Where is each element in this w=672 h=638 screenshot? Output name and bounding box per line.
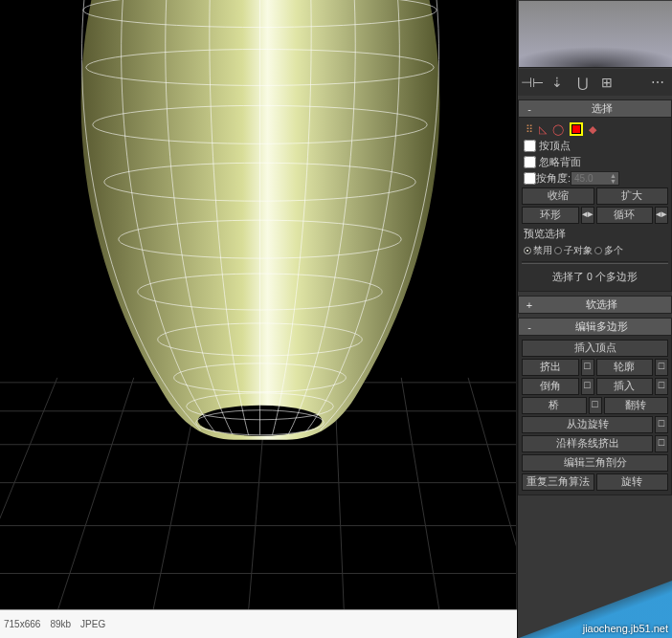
by-vertex-checkbox[interactable] [524, 140, 536, 152]
grow-button[interactable]: 扩大 [596, 187, 669, 205]
by-vertex-label: 按顶点 [539, 139, 571, 153]
selection-status: 选择了 0 个多边形 [522, 267, 668, 288]
by-angle-checkbox[interactable] [524, 172, 536, 185]
edge-mode-icon[interactable]: ◺ [539, 123, 547, 136]
bridge-settings[interactable]: □ [589, 397, 602, 414]
hinge-button[interactable]: 从边旋转 [522, 416, 653, 433]
panel-title: 编辑多边形 [536, 319, 667, 334]
svg-line-12 [468, 378, 516, 609]
turn-button[interactable]: 旋转 [596, 473, 669, 491]
svg-line-11 [401, 378, 439, 609]
border-mode-icon[interactable]: ◯ [552, 123, 564, 136]
collapse-icon: - [523, 321, 536, 333]
angle-spinner[interactable]: 45.0 ▲▼ [571, 171, 619, 186]
flip-button[interactable]: 翻转 [604, 397, 669, 414]
svg-line-7 [57, 378, 134, 609]
ignore-backfacing-checkbox[interactable] [524, 156, 536, 168]
soft-selection-header[interactable]: + 软选择 [518, 296, 672, 314]
inset-settings[interactable]: □ [655, 378, 668, 395]
bevel-button[interactable]: 倒角 [522, 378, 579, 395]
more-icon[interactable]: ⋯ [649, 74, 666, 91]
watermark: jiaocheng.jb51.net [583, 623, 668, 634]
image-format: JPEG [80, 619, 105, 629]
selection-panel-header[interactable]: - 选择 [518, 99, 672, 118]
inset-button[interactable]: 插入 [596, 378, 654, 395]
preview-selection-label: 预览选择 [522, 225, 668, 243]
outline-settings[interactable]: □ [655, 359, 668, 376]
extrude-button[interactable]: 挤出 [522, 359, 579, 376]
expand-icon: + [523, 299, 536, 311]
preview-multi-radio[interactable]: 多个 [594, 244, 623, 257]
material-preview [519, 1, 672, 68]
svg-line-6 [0, 378, 57, 609]
outline-button[interactable]: 轮廓 [596, 359, 654, 376]
ring-button[interactable]: 环形 [522, 207, 579, 224]
image-info-bar: 715x666 89kb JPEG [0, 609, 517, 638]
loop-spinner[interactable]: ◂▸ [655, 207, 668, 224]
loop-button[interactable]: 循环 [596, 207, 654, 224]
command-panel: ⊣⊢ ⇣ ⋃ ⊞ ⋯ - 选择 ⠿ ◺ ◯ ◆ 按顶点 忽略背面 按角度: [517, 0, 672, 638]
image-dimensions: 715x666 [4, 619, 40, 629]
panel-title: 选择 [536, 101, 667, 116]
extrude-spline-settings[interactable]: □ [655, 435, 668, 452]
edit-poly-header[interactable]: - 编辑多边形 [518, 318, 672, 336]
extrude-settings[interactable]: □ [581, 359, 594, 376]
by-angle-label: 按角度: [536, 171, 571, 186]
icon-toolbar: ⊣⊢ ⇣ ⋃ ⊞ ⋯ [518, 69, 672, 96]
element-mode-icon[interactable]: ◆ [589, 123, 596, 136]
panel-title: 软选择 [536, 297, 667, 312]
magnet-icon[interactable]: ⋃ [573, 74, 591, 91]
tweezers-icon[interactable]: ⇣ [549, 74, 566, 91]
extrude-spline-button[interactable]: 沿样条线挤出 [522, 435, 653, 452]
vertex-mode-icon[interactable]: ⠿ [526, 123, 533, 136]
retriangulate-button[interactable]: 重复三角算法 [522, 473, 594, 491]
polygon-mode-icon[interactable] [570, 122, 583, 136]
viewport-canvas [0, 0, 516, 609]
ignore-backfacing-label: 忽略背面 [539, 155, 581, 169]
preview-off-radio[interactable]: 禁用 [524, 244, 552, 257]
preview-subobj-radio[interactable]: 子对象 [554, 244, 593, 257]
image-filesize: 89kb [50, 619, 71, 629]
perspective-viewport[interactable] [0, 0, 517, 609]
bevel-settings[interactable]: □ [581, 378, 594, 395]
ring-spinner[interactable]: ◂▸ [581, 207, 594, 224]
hinge-settings[interactable]: □ [655, 416, 668, 433]
shrink-button[interactable]: 收缩 [522, 187, 594, 205]
edit-tri-button[interactable]: 编辑三角剖分 [522, 454, 668, 472]
insert-vertex-button[interactable]: 插入顶点 [522, 340, 668, 357]
options-icon[interactable]: ⊞ [598, 74, 616, 91]
collapse-icon: - [523, 103, 536, 115]
pin-icon[interactable]: ⊣⊢ [524, 74, 541, 91]
bridge-button[interactable]: 桥 [522, 397, 587, 414]
